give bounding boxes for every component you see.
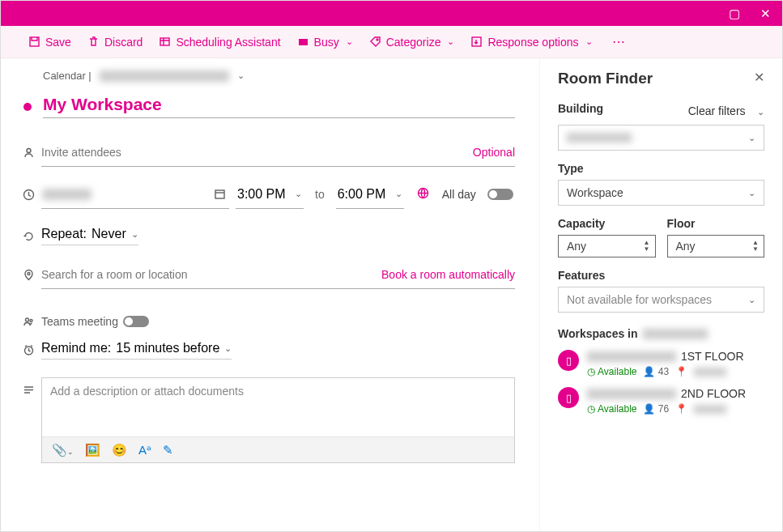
capacity-badge: 👤 76 bbox=[643, 403, 669, 415]
capacity-stepper[interactable]: Any ▲▼ bbox=[558, 235, 656, 257]
categorize-label: Categorize bbox=[386, 36, 441, 49]
chevron-down-icon: ⌄ bbox=[295, 189, 302, 199]
location-icon bbox=[15, 269, 41, 281]
chevron-down-icon: ⌄ bbox=[395, 189, 402, 199]
workspace-list-header: Workspaces in bbox=[558, 327, 764, 340]
capacity-value: Any bbox=[567, 240, 586, 253]
calendar-picker[interactable]: Calendar | ⌄ bbox=[15, 70, 515, 82]
type-label: Type bbox=[558, 162, 764, 175]
chevron-down-icon: ⌄ bbox=[748, 188, 755, 198]
busy-label: Busy bbox=[314, 36, 339, 49]
floor-label: Floor bbox=[667, 217, 765, 230]
trash-icon bbox=[87, 36, 100, 48]
repeat-dropdown[interactable]: Repeat: Never ⌄ bbox=[41, 227, 138, 245]
more-actions-button[interactable]: ⋯ bbox=[604, 34, 633, 49]
save-icon bbox=[28, 36, 40, 48]
description-textarea[interactable]: Add a description or attach documents bbox=[42, 378, 514, 436]
end-time-value: 6:00 PM bbox=[338, 187, 386, 202]
ink-icon[interactable]: ✎ bbox=[163, 443, 173, 458]
command-toolbar: Save Discard Scheduling Assistant Busy ⌄… bbox=[1, 26, 782, 58]
image-icon[interactable]: 🖼️ bbox=[85, 443, 100, 458]
popout-icon[interactable]: ▢ bbox=[722, 6, 747, 21]
building-dropdown[interactable]: ⌄ bbox=[558, 125, 764, 151]
workspace-list-item[interactable]: ▯ 1ST FLOOR ◷ Available 👤 43 📍 bbox=[558, 350, 764, 377]
allday-toggle[interactable] bbox=[487, 189, 513, 200]
pane-title: Room Finder bbox=[558, 70, 764, 87]
type-dropdown[interactable]: Workspace ⌄ bbox=[558, 180, 764, 206]
capacity-badge: 👤 43 bbox=[643, 366, 669, 377]
chevron-down-icon: ⌄ bbox=[447, 36, 454, 47]
features-dropdown[interactable]: Not available for workspaces ⌄ bbox=[558, 287, 764, 313]
repeat-label: Repeat: bbox=[41, 227, 87, 241]
scheduling-assistant-button[interactable]: Scheduling Assistant bbox=[154, 32, 285, 52]
chevron-down-icon: ⌄ bbox=[237, 70, 245, 81]
category-color-dot bbox=[23, 103, 32, 111]
discard-label: Discard bbox=[104, 36, 143, 49]
event-title-field[interactable]: My Workspace bbox=[43, 95, 162, 113]
features-value: Not available for workspaces bbox=[567, 293, 712, 306]
start-time-field[interactable]: 3:00 PM ⌄ bbox=[236, 180, 304, 209]
svg-rect-1 bbox=[160, 38, 169, 45]
emoji-icon[interactable]: 😊 bbox=[112, 443, 127, 458]
event-form: Calendar | ⌄ My Workspace Invite attende… bbox=[1, 58, 539, 531]
close-window-icon[interactable]: ✕ bbox=[753, 6, 777, 21]
location-input[interactable]: Search for a room or location bbox=[41, 268, 188, 281]
reminder-icon bbox=[15, 344, 41, 356]
categorize-dropdown[interactable]: Categorize ⌄ bbox=[364, 32, 460, 52]
workspace-icon: ▯ bbox=[558, 387, 579, 408]
response-label: Response options bbox=[487, 36, 578, 49]
busy-dropdown[interactable]: Busy ⌄ bbox=[292, 32, 358, 52]
floor-stepper[interactable]: Any ▲▼ bbox=[667, 235, 765, 257]
window-titlebar: ▢ ✕ bbox=[1, 1, 782, 26]
clear-filters-link[interactable]: Clear filters bbox=[688, 104, 746, 117]
repeat-icon bbox=[15, 230, 41, 242]
response-options-dropdown[interactable]: Response options ⌄ bbox=[466, 32, 597, 52]
auto-book-link[interactable]: Book a room automatically bbox=[381, 268, 515, 281]
calendar-icon bbox=[214, 188, 226, 200]
busy-icon bbox=[297, 36, 309, 48]
attendees-input[interactable]: Invite attendees bbox=[41, 146, 121, 159]
room-finder-pane: Room Finder ✕ Building Clear filters ⌄ ⌄… bbox=[539, 58, 782, 531]
availability-badge: ◷ Available bbox=[587, 403, 636, 415]
remind-value: 15 minutes before bbox=[116, 341, 219, 355]
svg-rect-7 bbox=[215, 190, 224, 198]
timezone-icon[interactable] bbox=[417, 187, 429, 202]
reminder-dropdown[interactable]: Remind me: 15 minutes before ⌄ bbox=[41, 341, 232, 360]
teams-toggle[interactable] bbox=[123, 316, 149, 327]
availability-badge: ◷ Available bbox=[587, 366, 636, 377]
chevron-down-icon: ⌄ bbox=[748, 295, 755, 305]
teams-icon bbox=[15, 316, 41, 328]
start-time-value: 3:00 PM bbox=[237, 187, 286, 202]
chevron-down-icon: ⌄ bbox=[131, 229, 138, 240]
svg-point-9 bbox=[28, 272, 30, 275]
chevron-down-icon: ⌄ bbox=[757, 107, 764, 117]
optional-attendees-link[interactable]: Optional bbox=[473, 146, 515, 159]
description-icon bbox=[15, 377, 41, 396]
workspace-floor: 1ST FLOOR bbox=[681, 350, 744, 363]
features-label: Features bbox=[558, 269, 764, 282]
workspace-list-item[interactable]: ▯ 2ND FLOOR ◷ Available 👤 76 📍 bbox=[558, 387, 764, 415]
allday-label: All day bbox=[442, 188, 476, 201]
floor-value: Any bbox=[676, 240, 696, 253]
workspace-icon: ▯ bbox=[558, 350, 579, 371]
clock-icon bbox=[15, 189, 41, 201]
attach-icon[interactable]: 📎⌄ bbox=[52, 443, 74, 458]
end-time-field[interactable]: 6:00 PM ⌄ bbox=[336, 180, 404, 209]
format-icon[interactable]: Aᵃ bbox=[138, 443, 151, 458]
chevron-down-icon: ⌄ bbox=[346, 36, 353, 47]
svg-point-3 bbox=[377, 39, 378, 40]
scheduling-label: Scheduling Assistant bbox=[176, 36, 280, 49]
svg-rect-2 bbox=[299, 39, 308, 45]
svg-point-10 bbox=[25, 318, 28, 321]
save-label: Save bbox=[45, 36, 71, 49]
svg-point-5 bbox=[27, 148, 31, 152]
chevron-down-icon: ⌄ bbox=[748, 133, 755, 143]
to-label: to bbox=[315, 188, 325, 201]
discard-button[interactable]: Discard bbox=[83, 32, 147, 52]
save-button[interactable]: Save bbox=[23, 32, 76, 52]
start-date-field[interactable] bbox=[41, 180, 229, 209]
chevron-down-icon: ⌄ bbox=[585, 36, 593, 47]
close-pane-button[interactable]: ✕ bbox=[754, 70, 764, 85]
svg-point-11 bbox=[30, 319, 32, 321]
people-icon bbox=[15, 147, 41, 159]
